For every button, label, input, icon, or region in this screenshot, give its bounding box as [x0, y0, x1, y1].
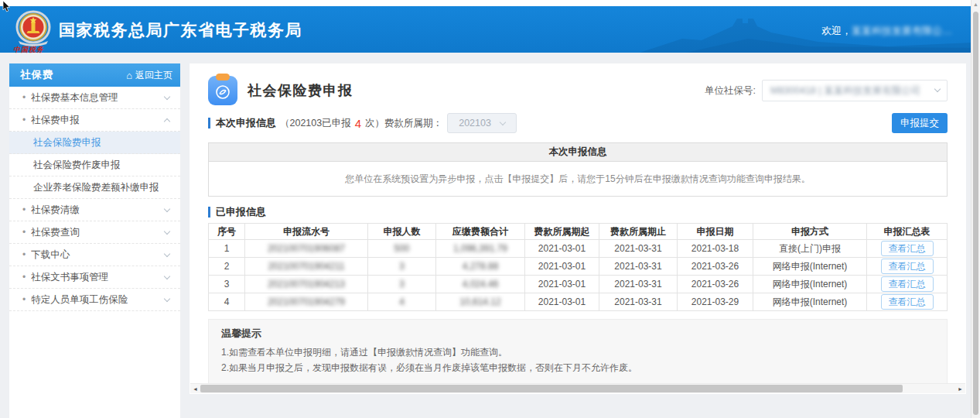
bullet-icon: •	[22, 204, 26, 215]
cell-period-start: 2021-03-01	[525, 258, 599, 276]
col-header-amount: 应缴费额合计	[436, 224, 525, 240]
cell-date: 2021-03-18	[678, 240, 753, 258]
cell-serial: 202100701904279	[245, 293, 368, 311]
cell-date: 2021-03-29	[678, 293, 753, 311]
cell-index: 3	[209, 276, 245, 293]
cell-serial: 202100701906087	[245, 240, 368, 258]
scroll-up-arrow-icon[interactable]: ▲	[971, 2, 980, 7]
sidebar-item-void-declaration[interactable]: 社会保险费作废申报	[9, 154, 180, 176]
cell-method: 直接(上门)申报	[753, 240, 867, 258]
tips-box: 温馨提示 1.如需查看本单位申报明细，请通过【申报缴款情况查询】功能查询。 2.…	[208, 319, 948, 384]
sidebar-item-social-insurance-declaration[interactable]: 社会保险费申报	[9, 132, 180, 154]
main-horizontal-scrollbar[interactable]: ◄ ►	[190, 383, 965, 393]
declare-count-suffix: 次）费款所属期：	[365, 117, 442, 130]
declare-info-label: 本次申报信息	[216, 116, 276, 130]
bullet-icon: •	[22, 92, 26, 103]
view-summary-button[interactable]: 查看汇总	[881, 294, 934, 310]
cell-index: 4	[209, 293, 245, 311]
submit-declaration-button[interactable]: 申报提交	[892, 113, 948, 133]
mouse-cursor-icon	[2, 1, 11, 12]
chevron-down-icon	[164, 250, 170, 256]
col-header-period-start: 费款所属期起	[525, 224, 599, 240]
horizontal-scrollbar-track[interactable]	[200, 384, 955, 393]
chevron-up-icon	[164, 118, 170, 124]
view-summary-button[interactable]: 查看汇总	[881, 259, 934, 274]
chevron-down-icon	[164, 205, 170, 211]
logo-caption: 中国税务	[13, 45, 44, 55]
cell-summary: 查看汇总	[867, 293, 948, 311]
view-summary-button[interactable]: 查看汇总	[881, 276, 934, 292]
cell-date: 2021-03-26	[678, 258, 753, 276]
page-vertical-scrollbar[interactable]: ▲	[971, 0, 980, 418]
sidebar-item-pension-difference-payment[interactable]: 企业养老保险费差额补缴申报	[9, 176, 180, 199]
cell-period-end: 2021-03-31	[599, 240, 678, 258]
chevron-down-icon	[164, 228, 170, 234]
col-header-people: 申报人数	[368, 224, 436, 240]
welcome-prefix: 欢迎，	[821, 25, 852, 36]
table-row: 1 202100701906087 500 1,096,391.79 2021-…	[209, 240, 948, 258]
view-summary-button[interactable]: 查看汇总	[881, 241, 934, 256]
bullet-icon: •	[22, 227, 26, 238]
cell-period-end: 2021-03-31	[599, 293, 678, 311]
page: 中国税务 国家税务总局广东省电子税务局 欢迎，某某科技发展有限公… ▲ 社保费 …	[0, 0, 980, 418]
chevron-down-icon	[934, 86, 941, 92]
page-title: 社会保险费申报	[248, 81, 353, 100]
return-home-link[interactable]: ⌂ 返回主页	[126, 69, 172, 82]
company-select[interactable]: M8300418 | 某某科技发展有限公司	[762, 80, 948, 101]
cell-period-start: 2021-03-01	[525, 276, 599, 293]
welcome-text: 欢迎，某某科技发展有限公…	[821, 24, 952, 38]
company-select-value: M8300418 | 某某科技发展有限公司	[770, 84, 920, 98]
cell-method: 网络申报(Internet)	[753, 276, 867, 293]
bullet-icon: •	[22, 249, 26, 260]
sidebar-item-document-management[interactable]: • 社保文书事项管理	[9, 266, 180, 289]
sidebar-item-download-center[interactable]: • 下载中心	[9, 244, 180, 266]
cell-period-end: 2021-03-31	[599, 258, 678, 276]
declare-count-prefix: （202103已申报	[280, 117, 351, 130]
chevron-down-icon	[164, 272, 170, 279]
site-title: 国家税务总局广东省电子税务局	[59, 19, 302, 41]
sidebar-item-basic-info-management[interactable]: • 社保费基本信息管理	[9, 87, 180, 109]
sidebar-item-special-injury-insurance[interactable]: • 特定人员单项工伤保险	[9, 289, 180, 311]
table-row: 4 202100701904279 4 10,614.12 2021-03-01…	[209, 293, 948, 311]
cell-summary: 查看汇总	[867, 240, 948, 258]
col-header-index: 序号	[209, 224, 245, 240]
app-header: 中国税务 国家税务总局广东省电子税务局 欢迎，某某科技发展有限公…	[0, 6, 980, 53]
chevron-down-icon	[164, 295, 170, 301]
cell-amount: 4,024.46	[436, 276, 525, 293]
cell-index: 1	[209, 240, 245, 258]
scroll-left-arrow-icon[interactable]: ◄	[190, 386, 200, 392]
cell-amount: 4,278.88	[436, 258, 525, 276]
fee-period-select-disabled[interactable]: 202103	[447, 113, 517, 133]
sidebar: 社保费 ⌂ 返回主页 • 社保费基本信息管理 • 社保费申报 社会保险费申报 社…	[9, 63, 180, 418]
return-home-label: 返回主页	[135, 69, 172, 82]
horizontal-scrollbar-thumb[interactable]	[200, 385, 903, 392]
accent-bar	[208, 207, 210, 218]
current-declaration-panel: 本次申报信息 您单位在系统预设置为异步申报，点击【申报提交】后，请您于15分钟后…	[208, 142, 948, 197]
chevron-down-icon	[164, 93, 170, 99]
col-header-date: 申报日期	[678, 224, 753, 240]
col-header-summary: 申报汇总表	[867, 224, 948, 240]
sidebar-item-fee-declaration-group[interactable]: • 社保费申报	[9, 109, 180, 132]
col-header-method: 申报方式	[753, 224, 867, 240]
bullet-icon: •	[22, 115, 26, 125]
tips-line-2: 2.如果当月申报之后，发现申报数据有误，必须在当月作废掉该笔申报数据，否则在下月…	[221, 360, 934, 375]
company-social-number-label: 单位社保号:	[705, 84, 756, 98]
cell-serial: 202100701904213	[245, 276, 368, 293]
tips-title: 温馨提示	[221, 327, 934, 341]
table-header-row: 序号 申报流水号 申报人数 应缴费额合计 费款所属期起 费款所属期止 申报日期 …	[209, 224, 948, 240]
cell-people: 4	[368, 293, 436, 311]
sidebar-header: 社保费 ⌂ 返回主页	[9, 63, 180, 87]
sidebar-item-fee-query[interactable]: • 社保费查询	[9, 221, 180, 244]
top-strip	[0, 0, 980, 6]
async-declaration-message: 您单位在系统预设置为异步申报，点击【申报提交】后，请您于15分钟后在申报缴款情况…	[209, 162, 947, 196]
declare-count: 4	[355, 117, 361, 130]
cell-method: 网络申报(Internet)	[753, 293, 867, 311]
cell-summary: 查看汇总	[867, 258, 948, 276]
company-selector-group: 单位社保号: M8300418 | 某某科技发展有限公司	[705, 80, 948, 101]
vertical-scrollbar-thumb[interactable]	[973, 12, 978, 415]
cell-summary: 查看汇总	[867, 276, 948, 293]
col-header-serial: 申报流水号	[245, 224, 368, 240]
scroll-right-arrow-icon[interactable]: ►	[955, 386, 965, 392]
cell-amount: 10,614.12	[436, 293, 525, 311]
sidebar-item-fee-settlement[interactable]: • 社保费清缴	[9, 199, 180, 221]
